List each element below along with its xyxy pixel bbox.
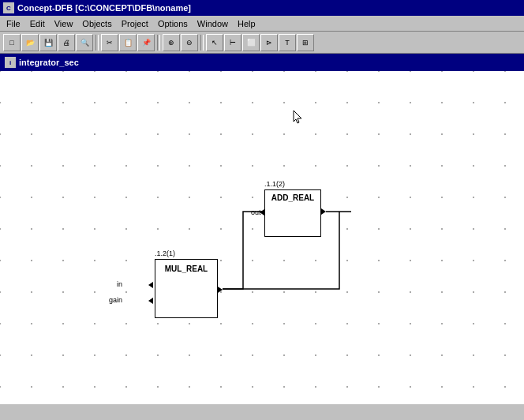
canvas-grid bbox=[0, 71, 524, 404]
menu-item-view[interactable]: View bbox=[50, 17, 78, 30]
block-add-real[interactable]: ADD_REAL bbox=[264, 189, 321, 237]
menu-item-objects[interactable]: Objects bbox=[77, 17, 116, 30]
toolbar-btn-paste[interactable]: 📌 bbox=[137, 34, 155, 51]
toolbar-separator bbox=[157, 35, 160, 51]
toolbar-btn-cut[interactable]: ✂ bbox=[101, 34, 118, 51]
toolbar-btn-save[interactable]: 💾 bbox=[39, 34, 57, 51]
toolbar-btn-zoom-in[interactable]: ⊕ bbox=[163, 34, 180, 51]
add-real-label: ADD_REAL bbox=[265, 190, 320, 202]
panel-title-text: integrator_sec bbox=[19, 58, 79, 67]
menu-bar: FileEditViewObjectsProjectOptionsWindowH… bbox=[0, 16, 524, 32]
toolbar-separator bbox=[200, 35, 204, 51]
panel-icon: i bbox=[5, 57, 16, 68]
toolbar-btn-block[interactable]: ⬜ bbox=[242, 34, 260, 51]
menu-item-options[interactable]: Options bbox=[153, 17, 193, 30]
toolbar: □📂💾🖨🔍✂📋📌⊕⊖↖⊢⬜⊳T⊞ bbox=[0, 32, 524, 54]
toolbar-btn-connect[interactable]: ⊢ bbox=[224, 34, 241, 51]
title-bar: C Concept-DFB [C:\CONCEPT\DFB\noname] bbox=[0, 0, 524, 16]
toolbar-btn-terminal[interactable]: ⊳ bbox=[260, 34, 278, 51]
title-text: Concept-DFB [C:\CONCEPT\DFB\noname] bbox=[17, 3, 191, 13]
toolbar-separator bbox=[95, 35, 99, 51]
menu-item-edit[interactable]: Edit bbox=[25, 17, 50, 30]
toolbar-btn-zoom-out[interactable]: ⊖ bbox=[181, 34, 198, 51]
add-real-out-port bbox=[321, 208, 326, 215]
panel-title: i integrator_sec bbox=[0, 54, 524, 71]
canvas: ADD_REAL .1.1(2) out MUL_REAL .1.2(1) in… bbox=[0, 71, 524, 404]
menu-item-help[interactable]: Help bbox=[233, 17, 260, 30]
mul-out-port bbox=[218, 287, 223, 293]
menu-item-window[interactable]: Window bbox=[193, 17, 233, 30]
toolbar-btn-find[interactable]: 🔍 bbox=[76, 34, 93, 51]
mul-in-port bbox=[148, 282, 153, 288]
app-icon: C bbox=[3, 2, 14, 13]
menu-item-file[interactable]: File bbox=[2, 17, 25, 30]
mul-real-instance-label: .1.2(1) bbox=[155, 249, 175, 257]
mul-gain-label: gain bbox=[109, 296, 122, 304]
toolbar-btn-select[interactable]: ↖ bbox=[206, 34, 223, 51]
mul-in-label: in bbox=[117, 280, 122, 288]
block-mul-real[interactable]: MUL_REAL bbox=[155, 259, 218, 318]
mul-real-label: MUL_REAL bbox=[155, 260, 217, 273]
toolbar-btn-more[interactable]: ⊞ bbox=[297, 34, 314, 51]
toolbar-btn-copy[interactable]: 📋 bbox=[119, 34, 137, 51]
mul-gain-port bbox=[148, 298, 153, 304]
toolbar-btn-print[interactable]: 🖨 bbox=[58, 34, 75, 51]
add-real-instance-label: .1.1(2) bbox=[264, 180, 285, 188]
toolbar-btn-open[interactable]: 📂 bbox=[21, 34, 39, 51]
toolbar-btn-new[interactable]: □ bbox=[3, 34, 21, 51]
menu-item-project[interactable]: Project bbox=[117, 17, 153, 30]
toolbar-btn-text[interactable]: T bbox=[279, 34, 296, 51]
add-real-in-port bbox=[260, 209, 264, 216]
